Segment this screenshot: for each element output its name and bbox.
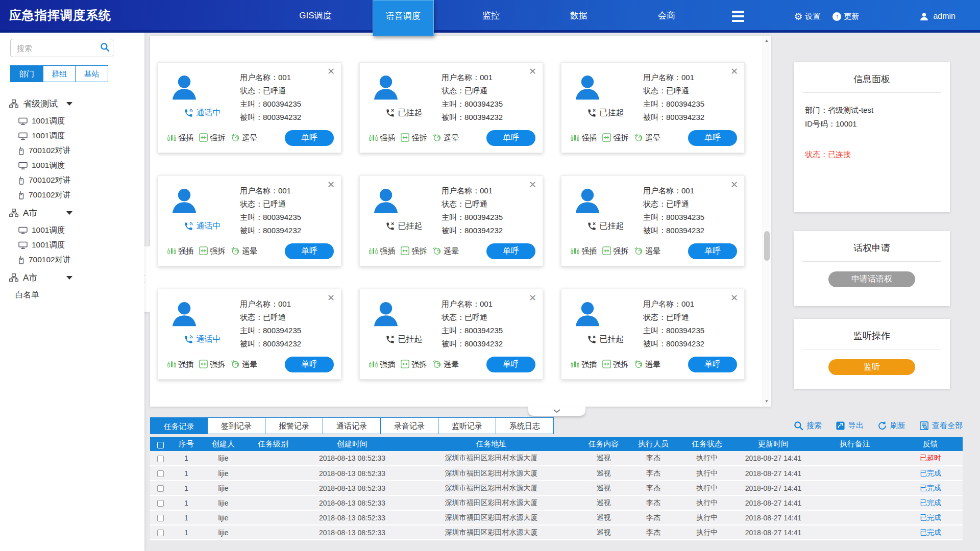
tree-item[interactable]: 700102对讲 [9,188,144,203]
remote-stun-button[interactable]: 遥晕 [432,359,459,370]
collapse-panel-tab[interactable] [528,406,585,416]
tree-item[interactable]: 700102对讲 [9,173,144,188]
scroll-down-arrow[interactable]: ▼ [763,398,770,405]
tree-group[interactable]: A市 [9,267,144,288]
nav-tab-conference[interactable]: 会商 [623,0,710,33]
monitor-button[interactable]: 监听 [828,359,915,375]
feedback-cell[interactable]: 已完成 [898,481,963,495]
force-teardown-button[interactable]: 强拆 [401,360,427,370]
scrollbar-thumb[interactable] [764,231,770,261]
remote-stun-button[interactable]: 遥晕 [231,246,257,257]
close-icon[interactable]: ✕ [529,66,536,77]
view-all-button[interactable]: 查看全部 [919,421,963,431]
force-teardown-button[interactable]: 强拆 [199,133,225,143]
tree-item[interactable]: 700102对讲 [9,143,144,158]
nav-tab-data[interactable]: 数据 [535,0,623,33]
record-tab-task[interactable]: 任务记录 [150,417,208,434]
nav-tab-voice[interactable]: 语音调度 [373,0,434,36]
scroll-up-arrow[interactable]: ▲ [763,37,770,44]
single-call-button[interactable]: 单呼 [688,130,737,146]
row-checkbox[interactable] [157,456,164,462]
single-call-button[interactable]: 单呼 [688,357,737,372]
tree-group[interactable]: 省级测试 [9,93,144,114]
close-icon[interactable]: ✕ [327,66,335,77]
record-tab-listen[interactable]: 监听记录 [438,417,496,434]
force-insert-button[interactable]: 强插 [167,246,193,257]
force-insert-button[interactable]: 强插 [369,133,395,143]
vertical-scrollbar[interactable]: ▲ ▼ [763,36,770,406]
record-tab-recording[interactable]: 录音记录 [381,417,438,434]
force-insert-button[interactable]: 强插 [571,360,597,370]
row-checkbox[interactable] [157,530,164,536]
remote-stun-button[interactable]: 遥晕 [634,133,660,143]
close-icon[interactable]: ✕ [730,292,738,304]
row-checkbox[interactable] [157,500,164,507]
force-insert-button[interactable]: 强插 [369,360,395,370]
close-icon[interactable]: ✕ [730,179,738,190]
single-call-button[interactable]: 单呼 [285,357,334,372]
feedback-cell[interactable]: 已超时 [898,451,963,466]
single-call-button[interactable]: 单呼 [688,243,737,259]
record-tab-checkin[interactable]: 签到记录 [208,417,265,434]
sidebar-tab-station[interactable]: 基站 [76,66,108,82]
force-insert-button[interactable]: 强插 [571,246,597,257]
force-insert-button[interactable]: 强插 [167,360,193,370]
remote-stun-button[interactable]: 遥晕 [432,246,459,257]
user-menu[interactable]: admin [919,12,955,21]
force-insert-button[interactable]: 强插 [369,246,395,257]
refresh-button[interactable]: 刷新 [877,421,905,431]
row-checkbox[interactable] [157,485,164,492]
force-teardown-button[interactable]: 强拆 [602,360,628,370]
remote-stun-button[interactable]: 遥晕 [231,133,257,143]
single-call-button[interactable]: 单呼 [285,130,334,146]
search-button[interactable]: 搜索 [794,421,822,431]
row-checkbox[interactable] [157,470,164,477]
tree-item[interactable]: 1001调度 [9,114,144,129]
remote-stun-button[interactable]: 遥晕 [432,133,459,143]
feedback-cell[interactable]: 已完成 [898,495,963,510]
settings-button[interactable]: ⚙ 设置 [794,12,820,21]
record-tab-syslog[interactable]: 系统日志 [496,417,554,434]
tree-item[interactable]: 白名单 [9,288,144,303]
close-icon[interactable]: ✕ [327,292,335,304]
record-tab-call[interactable]: 通话记录 [323,417,381,434]
tree-item[interactable]: 1001调度 [9,223,144,238]
single-call-button[interactable]: 单呼 [285,243,334,259]
update-button[interactable]: ↑ 更新 [832,12,859,21]
hamburger-menu-icon[interactable] [732,11,744,22]
remote-stun-button[interactable]: 遥晕 [634,246,660,257]
single-call-button[interactable]: 单呼 [486,243,535,259]
export-button[interactable]: 导出 [836,421,864,431]
force-teardown-button[interactable]: 强拆 [602,133,628,143]
remote-stun-button[interactable]: 遥晕 [231,359,257,370]
tree-item[interactable]: 1001调度 [9,129,144,143]
force-teardown-button[interactable]: 强拆 [602,246,628,257]
feedback-cell[interactable]: 已完成 [898,466,963,481]
tree-item[interactable]: 700102对讲 [9,253,144,267]
close-icon[interactable]: ✕ [529,179,536,190]
single-call-button[interactable]: 单呼 [486,357,535,372]
force-insert-button[interactable]: 强插 [571,133,597,143]
force-teardown-button[interactable]: 强拆 [401,246,427,257]
remote-stun-button[interactable]: 遥晕 [634,359,660,370]
sidebar-tab-group[interactable]: 群组 [43,66,76,82]
sidebar-tab-department[interactable]: 部门 [11,66,43,82]
force-teardown-button[interactable]: 强拆 [199,246,225,257]
search-icon[interactable] [100,42,110,52]
search-input[interactable] [10,39,113,57]
close-icon[interactable]: ✕ [730,66,738,77]
force-teardown-button[interactable]: 强拆 [199,360,225,370]
request-floor-button[interactable]: 申请话语权 [828,271,915,287]
feedback-cell[interactable]: 已完成 [898,525,963,540]
nav-tab-gis[interactable]: GIS调度 [272,0,359,33]
row-checkbox[interactable] [157,515,164,521]
force-insert-button[interactable]: 强插 [167,133,193,143]
select-all-checkbox[interactable] [157,442,164,448]
close-icon[interactable]: ✕ [327,179,335,190]
force-teardown-button[interactable]: 强拆 [401,133,427,143]
single-call-button[interactable]: 单呼 [486,130,535,146]
close-icon[interactable]: ✕ [529,292,536,304]
nav-tab-monitor[interactable]: 监控 [447,0,535,33]
feedback-cell[interactable]: 已完成 [898,510,963,525]
tree-item[interactable]: 1001调度 [9,158,144,173]
